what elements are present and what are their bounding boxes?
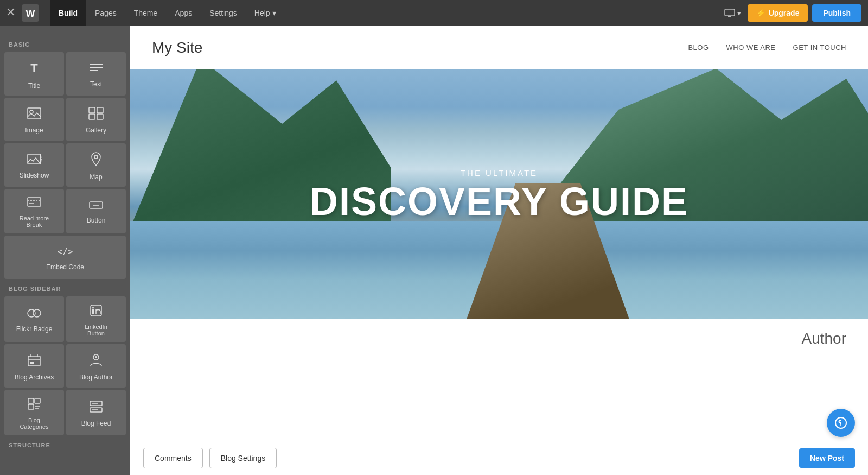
sidebar-section-structure: STRUCTURE [4,438,126,453]
map-icon [90,151,103,169]
sidebar-item-title[interactable]: T Title [4,52,64,96]
svg-text:T: T [30,61,38,75]
nav-build[interactable]: Build [50,0,86,26]
topnav: W Build Pages Theme Apps Settings Help ▾… [0,0,868,26]
bottom-bar: Comments Blog Settings New Post [130,441,868,475]
hero-text: THE ULTIMATE DISCOVERY GUIDE [310,168,688,221]
sidebar-basic-grid: T Title Text [4,52,126,279]
svg-rect-23 [28,198,41,206]
svg-rect-14 [97,107,103,113]
embedcode-icon: </> [56,246,74,259]
svg-text:</>: </> [58,246,73,257]
sidebar-blogsidebar-grid: Flickr Badge LinkedInButton [4,296,126,435]
svg-rect-40 [35,398,40,403]
sidebar-item-slideshow[interactable]: Slideshow [4,143,64,187]
sidebar-section-blogsidebar: BLOG SIDEBAR [4,281,126,296]
sidebar-item-blogauthor[interactable]: Blog Author [66,344,126,388]
sidebar-item-gallery-label: Gallery [86,126,106,134]
new-post-button[interactable]: New Post [799,448,855,468]
hero-subtitle: THE ULTIMATE [310,168,688,178]
image-icon [27,107,42,122]
sidebar-item-button[interactable]: Button [66,189,126,233]
upgrade-button[interactable]: ⚡ Upgrade [748,4,808,22]
readmore-icon [27,197,42,211]
sidebar-item-button-label: Button [87,217,106,224]
site-nav: BLOG WHO WE ARE GET IN TOUCH [688,43,846,52]
nav-settings[interactable]: Settings [201,0,246,26]
close-button[interactable] [7,8,15,19]
sidebar-item-blogarchives-label: Blog Archives [15,373,54,381]
sidebar-item-embedcode-label: Embed Code [46,263,84,271]
svg-rect-16 [97,114,103,119]
author-label: Author [802,330,847,347]
nav-theme[interactable]: Theme [125,0,167,26]
device-toggle[interactable]: ▾ [718,9,748,17]
sidebar-section-basic: BASIC [4,37,126,52]
svg-point-12 [30,110,33,113]
svg-point-49 [840,425,841,426]
hint-button[interactable] [827,409,855,437]
blogcategories-icon [27,397,41,413]
sidebar-item-readmore[interactable]: Read moreBreak [4,189,64,233]
site-header: My Site BLOG WHO WE ARE GET IN TOUCH [130,26,868,69]
main-canvas: My Site BLOG WHO WE ARE GET IN TOUCH THE… [130,26,868,475]
sidebar-item-embedcode[interactable]: </> Embed Code [4,236,126,279]
flickr-icon [27,308,42,321]
sidebar-item-linkedin-label: LinkedInButton [85,324,107,337]
site-nav-contact[interactable]: GET IN TOUCH [793,43,846,52]
sidebar: BASIC T Title Text [0,26,130,475]
hero-title: DISCOVERY GUIDE [310,182,688,221]
sidebar-item-image[interactable]: Image [4,98,64,141]
sidebar-item-map[interactable]: Map [66,143,126,187]
site-title: My Site [152,39,688,56]
publish-button[interactable]: Publish [812,4,861,22]
nav-apps[interactable]: Apps [166,0,201,26]
svg-rect-5 [728,16,731,17]
svg-line-19 [41,156,42,157]
button-icon [88,200,104,212]
sidebar-item-text[interactable]: Text [66,52,126,96]
gallery-icon [88,107,104,122]
sidebar-item-blogcategories-label: BlogCategories [20,417,48,430]
svg-rect-36 [30,362,34,364]
svg-rect-13 [89,107,95,113]
hero-section: THE ULTIMATE DISCOVERY GUIDE [130,69,868,319]
sidebar-item-text-label: Text [90,80,102,88]
blog-settings-button[interactable]: Blog Settings [209,448,277,468]
sidebar-item-blogfeed[interactable]: Blog Feed [66,390,126,435]
logo: W [22,4,39,22]
sidebar-item-blogarchives[interactable]: Blog Archives [4,344,64,388]
sidebar-item-gallery[interactable]: Gallery [66,98,126,141]
blogarchives-icon [27,353,41,369]
blogfeed-icon [89,400,103,415]
comments-button[interactable]: Comments [143,448,203,468]
text-icon [88,62,104,76]
sidebar-item-flickr[interactable]: Flickr Badge [4,296,64,342]
svg-text:W: W [26,8,35,19]
svg-point-22 [94,155,98,159]
svg-line-21 [41,161,42,162]
svg-rect-34 [28,356,40,366]
svg-rect-17 [28,154,41,164]
nav-help[interactable]: Help ▾ [246,0,285,26]
nav-pages[interactable]: Pages [86,0,125,26]
svg-point-38 [95,356,97,358]
sidebar-item-title-label: Title [28,82,40,90]
sidebar-item-map-label: Map [90,173,102,181]
below-hero: Author [130,319,868,358]
sidebar-item-blogcategories[interactable]: BlogCategories [4,390,64,435]
svg-rect-6 [727,17,732,17]
site-nav-blog[interactable]: BLOG [688,43,709,52]
sidebar-item-linkedin[interactable]: LinkedInButton [66,296,126,342]
blogauthor-icon [90,353,103,369]
sidebar-item-readmore-label: Read moreBreak [20,215,49,228]
slideshow-icon [27,153,42,167]
title-icon: T [27,60,42,78]
svg-rect-39 [28,398,34,403]
svg-rect-41 [28,404,34,409]
svg-rect-11 [28,108,41,119]
site-nav-who[interactable]: WHO WE ARE [726,43,776,52]
svg-rect-32 [92,309,94,314]
svg-point-30 [33,309,41,317]
sidebar-item-slideshow-label: Slideshow [20,172,49,179]
